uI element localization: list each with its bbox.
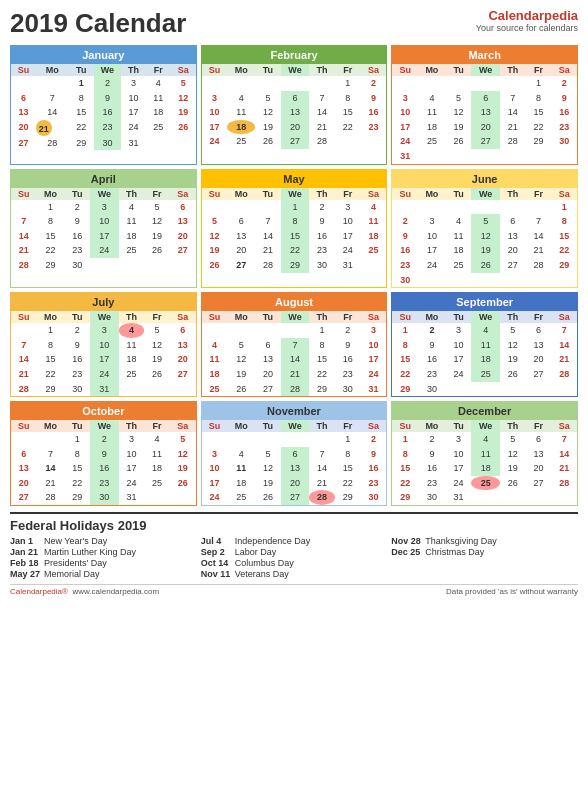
day-cell	[526, 490, 552, 505]
holiday-date: Sep 2	[201, 547, 231, 557]
day-cell: 13	[227, 229, 255, 244]
day-cell: 24	[361, 367, 387, 382]
day-cell: 27	[526, 476, 552, 491]
day-cell: 21	[551, 461, 577, 476]
holiday-name: Martin Luther King Day	[44, 547, 136, 557]
day-cell: 3	[361, 323, 387, 338]
day-cell: 13	[281, 105, 310, 120]
day-cell: 28	[309, 490, 335, 505]
day-cell: 1	[37, 323, 65, 338]
month-header: April	[11, 170, 196, 188]
day-cell: 22	[392, 476, 418, 491]
holiday-date: Jan 21	[10, 547, 40, 557]
footer-right: Data provided 'as is' without warranty	[446, 587, 578, 596]
day-cell: 9	[392, 229, 418, 244]
day-cell: 30	[94, 136, 122, 151]
day-cell: 17	[335, 229, 361, 244]
month-block: JuneSuMoTuWeThFrSa1234567891011121314151…	[391, 169, 578, 289]
day-cell: 27	[11, 490, 37, 505]
day-cell: 3	[121, 76, 146, 91]
day-cell: 1	[64, 432, 90, 447]
holiday-name: Memorial Day	[44, 569, 100, 579]
day-cell: 9	[551, 91, 577, 106]
day-cell: 26	[255, 490, 281, 505]
day-cell: 22	[526, 120, 552, 135]
day-cell: 27	[11, 136, 36, 151]
holiday-item: May 27Memorial Day	[10, 569, 197, 579]
day-cell: 9	[94, 91, 122, 106]
day-cell: 8	[335, 447, 361, 462]
footer-left: Calendarpedia® www.calendarpedia.com	[10, 587, 159, 596]
day-cell	[471, 490, 500, 505]
month-header: November	[202, 402, 387, 420]
day-cell: 30	[64, 258, 90, 273]
day-cell: 29	[526, 134, 552, 149]
holiday-date: May 27	[10, 569, 40, 579]
day-cell	[471, 200, 500, 215]
holiday-item: Oct 14Columbus Day	[201, 558, 388, 568]
day-cell: 23	[64, 243, 90, 258]
day-cell: 11	[227, 461, 255, 476]
day-cell: 25	[361, 243, 387, 258]
day-cell: 17	[121, 105, 146, 120]
day-cell: 15	[551, 229, 577, 244]
day-cell	[418, 149, 446, 164]
day-cell: 6	[227, 214, 255, 229]
day-cell: 25	[471, 476, 500, 491]
footer: Calendarpedia® www.calendarpedia.com Dat…	[10, 584, 578, 596]
day-cell	[227, 323, 255, 338]
day-cell: 2	[309, 200, 335, 215]
day-cell: 5	[144, 323, 170, 338]
day-cell: 19	[227, 367, 255, 382]
day-cell: 9	[418, 338, 446, 353]
holiday-date: Nov 11	[201, 569, 231, 579]
day-cell: 27	[526, 367, 552, 382]
day-cell: 24	[202, 490, 228, 505]
day-cell: 11	[227, 105, 255, 120]
day-cell: 12	[202, 229, 228, 244]
day-cell: 28	[11, 382, 37, 397]
day-cell: 21	[526, 243, 552, 258]
day-cell: 21	[36, 120, 52, 136]
month-block: JanuarySuMoTuWeThFrSa1234567891011121314…	[10, 45, 197, 165]
day-cell: 5	[446, 91, 472, 106]
day-cell	[471, 273, 500, 288]
day-cell: 11	[146, 91, 171, 106]
day-cell: 14	[36, 105, 69, 120]
day-cell: 15	[281, 229, 310, 244]
holiday-item: Nov 28Thanksgiving Day	[391, 536, 578, 546]
day-cell: 26	[255, 134, 281, 149]
day-cell: 20	[255, 367, 281, 382]
day-cell: 20	[281, 476, 310, 491]
day-cell: 2	[64, 323, 90, 338]
day-cell: 17	[446, 461, 472, 476]
day-cell	[281, 323, 310, 338]
day-cell: 3	[202, 447, 228, 462]
day-cell: 10	[202, 105, 228, 120]
day-cell: 1	[392, 432, 418, 447]
day-cell: 26	[144, 243, 170, 258]
day-cell: 11	[471, 447, 500, 462]
day-cell: 2	[418, 323, 446, 338]
month-header: December	[392, 402, 577, 420]
day-cell: 2	[551, 76, 577, 91]
day-cell: 27	[170, 367, 196, 382]
day-cell: 17	[202, 120, 228, 135]
day-cell: 4	[446, 214, 472, 229]
day-cell: 5	[255, 447, 281, 462]
day-cell: 16	[361, 105, 387, 120]
day-cell: 14	[309, 461, 335, 476]
day-cell: 5	[171, 76, 196, 91]
day-cell	[144, 490, 170, 505]
day-cell	[500, 149, 526, 164]
day-cell: 27	[281, 490, 310, 505]
day-cell: 15	[69, 105, 94, 120]
day-cell: 13	[255, 352, 281, 367]
day-cell	[90, 258, 119, 273]
day-cell: 4	[471, 432, 500, 447]
day-cell: 2	[335, 323, 361, 338]
day-cell	[418, 200, 446, 215]
day-cell: 25	[418, 134, 446, 149]
holidays-grid: Jan 1New Year's DayJan 21Martin Luther K…	[10, 536, 578, 580]
day-cell: 23	[361, 120, 387, 135]
